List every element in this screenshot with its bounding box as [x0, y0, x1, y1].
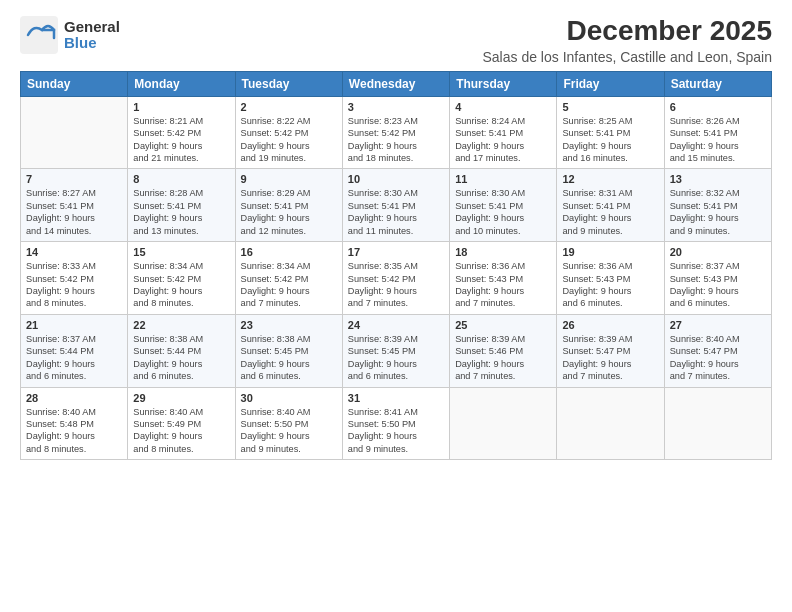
day-number: 21: [26, 319, 122, 331]
calendar-cell: 5Sunrise: 8:25 AM Sunset: 5:41 PM Daylig…: [557, 96, 664, 169]
calendar-cell: 17Sunrise: 8:35 AM Sunset: 5:42 PM Dayli…: [342, 242, 449, 315]
calendar-week-row: 28Sunrise: 8:40 AM Sunset: 5:48 PM Dayli…: [21, 387, 772, 460]
calendar-week-row: 14Sunrise: 8:33 AM Sunset: 5:42 PM Dayli…: [21, 242, 772, 315]
calendar-cell: 15Sunrise: 8:34 AM Sunset: 5:42 PM Dayli…: [128, 242, 235, 315]
day-number: 8: [133, 173, 229, 185]
day-info: Sunrise: 8:26 AM Sunset: 5:41 PM Dayligh…: [670, 115, 766, 165]
day-number: 26: [562, 319, 658, 331]
day-number: 9: [241, 173, 337, 185]
day-number: 2: [241, 101, 337, 113]
calendar-week-row: 7Sunrise: 8:27 AM Sunset: 5:41 PM Daylig…: [21, 169, 772, 242]
calendar-cell: 18Sunrise: 8:36 AM Sunset: 5:43 PM Dayli…: [450, 242, 557, 315]
day-number: 18: [455, 246, 551, 258]
calendar-cell: [450, 387, 557, 460]
header: General Blue December 2025 Salas de los …: [20, 16, 772, 65]
calendar-cell: 23Sunrise: 8:38 AM Sunset: 5:45 PM Dayli…: [235, 314, 342, 387]
calendar-cell: 3Sunrise: 8:23 AM Sunset: 5:42 PM Daylig…: [342, 96, 449, 169]
calendar-cell: 7Sunrise: 8:27 AM Sunset: 5:41 PM Daylig…: [21, 169, 128, 242]
day-info: Sunrise: 8:30 AM Sunset: 5:41 PM Dayligh…: [455, 187, 551, 237]
calendar-cell: 11Sunrise: 8:30 AM Sunset: 5:41 PM Dayli…: [450, 169, 557, 242]
day-info: Sunrise: 8:30 AM Sunset: 5:41 PM Dayligh…: [348, 187, 444, 237]
day-info: Sunrise: 8:36 AM Sunset: 5:43 PM Dayligh…: [562, 260, 658, 310]
day-number: 14: [26, 246, 122, 258]
main-title: December 2025: [482, 16, 772, 47]
day-number: 20: [670, 246, 766, 258]
calendar-cell: [21, 96, 128, 169]
calendar-cell: 6Sunrise: 8:26 AM Sunset: 5:41 PM Daylig…: [664, 96, 771, 169]
calendar-cell: 8Sunrise: 8:28 AM Sunset: 5:41 PM Daylig…: [128, 169, 235, 242]
day-number: 6: [670, 101, 766, 113]
calendar-cell: 28Sunrise: 8:40 AM Sunset: 5:48 PM Dayli…: [21, 387, 128, 460]
logo-general-text: General: [64, 19, 120, 36]
day-info: Sunrise: 8:21 AM Sunset: 5:42 PM Dayligh…: [133, 115, 229, 165]
weekday-header-row: SundayMondayTuesdayWednesdayThursdayFrid…: [21, 71, 772, 96]
day-number: 28: [26, 392, 122, 404]
calendar-cell: 12Sunrise: 8:31 AM Sunset: 5:41 PM Dayli…: [557, 169, 664, 242]
calendar-cell: 30Sunrise: 8:40 AM Sunset: 5:50 PM Dayli…: [235, 387, 342, 460]
day-number: 17: [348, 246, 444, 258]
day-info: Sunrise: 8:34 AM Sunset: 5:42 PM Dayligh…: [133, 260, 229, 310]
day-info: Sunrise: 8:23 AM Sunset: 5:42 PM Dayligh…: [348, 115, 444, 165]
day-number: 27: [670, 319, 766, 331]
calendar-cell: 16Sunrise: 8:34 AM Sunset: 5:42 PM Dayli…: [235, 242, 342, 315]
day-info: Sunrise: 8:40 AM Sunset: 5:48 PM Dayligh…: [26, 406, 122, 456]
day-info: Sunrise: 8:40 AM Sunset: 5:49 PM Dayligh…: [133, 406, 229, 456]
day-number: 23: [241, 319, 337, 331]
day-info: Sunrise: 8:33 AM Sunset: 5:42 PM Dayligh…: [26, 260, 122, 310]
day-number: 19: [562, 246, 658, 258]
day-info: Sunrise: 8:37 AM Sunset: 5:44 PM Dayligh…: [26, 333, 122, 383]
day-info: Sunrise: 8:36 AM Sunset: 5:43 PM Dayligh…: [455, 260, 551, 310]
day-info: Sunrise: 8:38 AM Sunset: 5:44 PM Dayligh…: [133, 333, 229, 383]
calendar-cell: 27Sunrise: 8:40 AM Sunset: 5:47 PM Dayli…: [664, 314, 771, 387]
day-info: Sunrise: 8:37 AM Sunset: 5:43 PM Dayligh…: [670, 260, 766, 310]
weekday-header-wednesday: Wednesday: [342, 71, 449, 96]
day-info: Sunrise: 8:39 AM Sunset: 5:45 PM Dayligh…: [348, 333, 444, 383]
page: General Blue December 2025 Salas de los …: [0, 0, 792, 612]
weekday-header-sunday: Sunday: [21, 71, 128, 96]
subtitle: Salas de los Infantes, Castille and Leon…: [482, 49, 772, 65]
calendar-cell: 2Sunrise: 8:22 AM Sunset: 5:42 PM Daylig…: [235, 96, 342, 169]
day-number: 13: [670, 173, 766, 185]
weekday-header-thursday: Thursday: [450, 71, 557, 96]
calendar-cell: 20Sunrise: 8:37 AM Sunset: 5:43 PM Dayli…: [664, 242, 771, 315]
day-info: Sunrise: 8:39 AM Sunset: 5:46 PM Dayligh…: [455, 333, 551, 383]
day-number: 29: [133, 392, 229, 404]
day-info: Sunrise: 8:27 AM Sunset: 5:41 PM Dayligh…: [26, 187, 122, 237]
logo-icon: [20, 16, 58, 54]
title-block: December 2025 Salas de los Infantes, Cas…: [482, 16, 772, 65]
svg-rect-0: [20, 16, 58, 54]
weekday-header-saturday: Saturday: [664, 71, 771, 96]
day-number: 15: [133, 246, 229, 258]
day-number: 3: [348, 101, 444, 113]
calendar-cell: 14Sunrise: 8:33 AM Sunset: 5:42 PM Dayli…: [21, 242, 128, 315]
day-number: 12: [562, 173, 658, 185]
day-number: 1: [133, 101, 229, 113]
day-number: 31: [348, 392, 444, 404]
calendar-cell: 24Sunrise: 8:39 AM Sunset: 5:45 PM Dayli…: [342, 314, 449, 387]
day-number: 4: [455, 101, 551, 113]
day-info: Sunrise: 8:25 AM Sunset: 5:41 PM Dayligh…: [562, 115, 658, 165]
calendar-cell: [557, 387, 664, 460]
day-number: 7: [26, 173, 122, 185]
calendar-cell: 9Sunrise: 8:29 AM Sunset: 5:41 PM Daylig…: [235, 169, 342, 242]
weekday-header-friday: Friday: [557, 71, 664, 96]
day-info: Sunrise: 8:28 AM Sunset: 5:41 PM Dayligh…: [133, 187, 229, 237]
calendar-cell: 21Sunrise: 8:37 AM Sunset: 5:44 PM Dayli…: [21, 314, 128, 387]
day-info: Sunrise: 8:32 AM Sunset: 5:41 PM Dayligh…: [670, 187, 766, 237]
day-info: Sunrise: 8:39 AM Sunset: 5:47 PM Dayligh…: [562, 333, 658, 383]
day-number: 16: [241, 246, 337, 258]
weekday-header-monday: Monday: [128, 71, 235, 96]
day-number: 11: [455, 173, 551, 185]
calendar-cell: 31Sunrise: 8:41 AM Sunset: 5:50 PM Dayli…: [342, 387, 449, 460]
calendar-cell: 22Sunrise: 8:38 AM Sunset: 5:44 PM Dayli…: [128, 314, 235, 387]
logo: General Blue: [20, 16, 120, 54]
day-number: 10: [348, 173, 444, 185]
logo-text: General Blue: [64, 19, 120, 52]
calendar-table: SundayMondayTuesdayWednesdayThursdayFrid…: [20, 71, 772, 460]
day-info: Sunrise: 8:41 AM Sunset: 5:50 PM Dayligh…: [348, 406, 444, 456]
calendar-cell: 4Sunrise: 8:24 AM Sunset: 5:41 PM Daylig…: [450, 96, 557, 169]
calendar-week-row: 21Sunrise: 8:37 AM Sunset: 5:44 PM Dayli…: [21, 314, 772, 387]
day-number: 5: [562, 101, 658, 113]
calendar-cell: 19Sunrise: 8:36 AM Sunset: 5:43 PM Dayli…: [557, 242, 664, 315]
logo-blue-text: Blue: [64, 35, 120, 52]
